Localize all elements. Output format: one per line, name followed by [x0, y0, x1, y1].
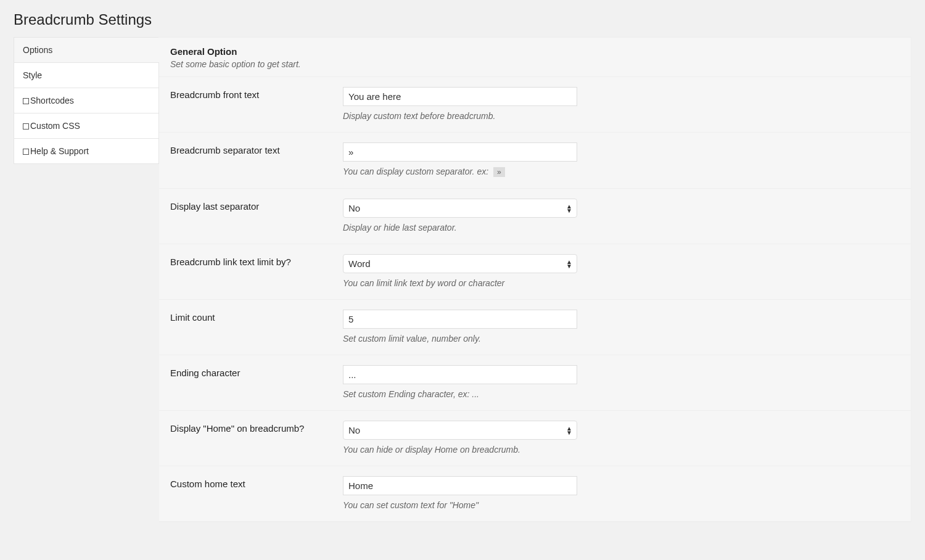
tab-help-support[interactable]: Help & Support — [14, 138, 159, 164]
field-help: You can hide or display Home on breadcru… — [343, 445, 900, 455]
separator-example-chip: » — [493, 167, 505, 177]
square-icon — [23, 98, 29, 104]
field-help: You can set custom text for "Home" — [343, 500, 900, 510]
field-help: You can limit link text by word or chara… — [343, 278, 900, 288]
field-label: Display last separator — [170, 199, 343, 212]
square-icon — [23, 123, 29, 130]
separator-text-input[interactable] — [343, 142, 577, 162]
field-label: Limit count — [170, 310, 343, 323]
field-display-home: Display "Home" on breadcrumb? No ▲▼ You … — [159, 411, 911, 466]
tab-custom-css[interactable]: Custom CSS — [14, 113, 159, 138]
tab-label: Options — [23, 45, 52, 55]
tab-label: Shortcodes — [30, 96, 74, 105]
field-help: Display or hide last separator. — [343, 223, 900, 233]
last-separator-select[interactable]: No — [343, 199, 577, 218]
field-ending-character: Ending character Set custom Ending chara… — [159, 355, 911, 411]
tab-shortcodes[interactable]: Shortcodes — [14, 88, 159, 113]
field-label: Ending character — [170, 365, 343, 378]
display-home-select[interactable]: No — [343, 421, 577, 440]
field-help: Set custom Ending character, ex: ... — [343, 389, 900, 399]
section-description: Set some basic option to get start. — [170, 59, 900, 69]
limit-by-select[interactable]: Word — [343, 254, 577, 273]
settings-panel: General Option Set some basic option to … — [159, 37, 911, 522]
field-limit-count: Limit count Set custom limit value, numb… — [159, 300, 911, 355]
field-label: Breadcrumb front text — [170, 87, 343, 100]
ending-char-input[interactable] — [343, 365, 577, 384]
field-help: You can display custom separator. ex: » — [343, 167, 900, 177]
field-display-last-separator: Display last separator No ▲▼ Display or … — [159, 189, 911, 244]
field-label: Breadcrumb link text limit by? — [170, 254, 343, 267]
section-title: General Option — [170, 46, 900, 57]
field-separator-text: Breadcrumb separator text You can displa… — [159, 133, 911, 189]
field-label: Custom home text — [170, 476, 343, 489]
field-limit-by: Breadcrumb link text limit by? Word ▲▼ Y… — [159, 244, 911, 300]
field-help: Display custom text before breadcrumb. — [343, 111, 900, 121]
tab-label: Help & Support — [30, 146, 89, 156]
tab-label: Style — [23, 70, 42, 80]
field-label: Display "Home" on breadcrumb? — [170, 421, 343, 434]
home-text-input[interactable] — [343, 476, 577, 495]
page-title: Breadcrumb Settings — [14, 11, 911, 28]
limit-count-input[interactable] — [343, 310, 577, 329]
field-help: Set custom limit value, number only. — [343, 334, 900, 344]
tab-style[interactable]: Style — [14, 62, 159, 88]
settings-tabs: Options Style Shortcodes Custom CSS Help… — [14, 37, 159, 164]
square-icon — [23, 149, 29, 155]
field-home-text: Custom home text You can set custom text… — [159, 466, 911, 522]
tab-label: Custom CSS — [30, 121, 80, 131]
field-front-text: Breadcrumb front text Display custom tex… — [159, 77, 911, 133]
field-label: Breadcrumb separator text — [170, 142, 343, 155]
tab-options[interactable]: Options — [14, 37, 159, 62]
front-text-input[interactable] — [343, 87, 577, 106]
